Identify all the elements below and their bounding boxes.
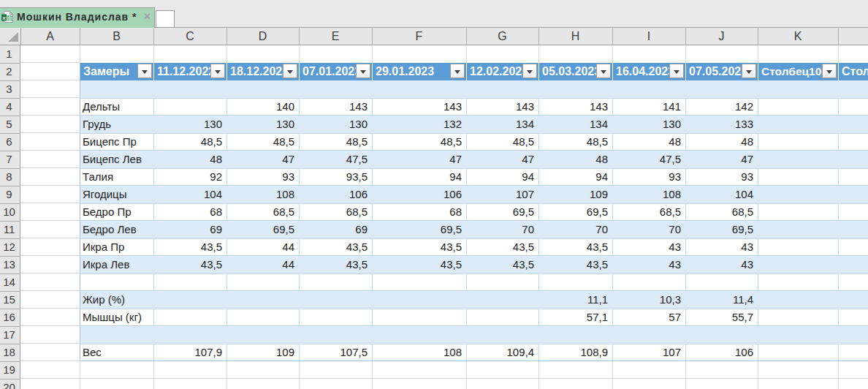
svg-text:x: x (2, 15, 6, 21)
